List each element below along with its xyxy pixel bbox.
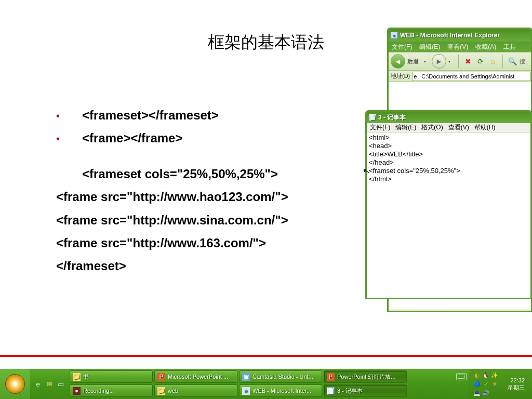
folder-icon: 📁	[157, 387, 165, 395]
tray-icon[interactable]: 💻	[473, 389, 481, 396]
menu-edit[interactable]: 编辑(E)	[419, 43, 440, 51]
refresh-icon[interactable]: ⟳	[475, 56, 486, 66]
tray-icon[interactable]: ✈	[491, 380, 498, 388]
address-value: C:\Documents and Settings\Administ	[421, 73, 514, 79]
slide-divider	[0, 355, 532, 357]
task-folder-shu[interactable]: 📁书	[70, 370, 153, 383]
address-label: 地址(D)	[391, 72, 410, 80]
toolbar-separator	[458, 55, 459, 68]
code-line: <title>WEB</title>	[369, 150, 528, 158]
status-text: 完毕	[401, 312, 413, 312]
task-ie-web[interactable]: eWEB - Microsoft Inter...	[239, 384, 322, 397]
tray-icon[interactable]: 🔵	[473, 380, 481, 388]
clock-day: 星期三	[508, 384, 525, 391]
search-icon[interactable]: 🔍	[507, 56, 517, 66]
ie-toolbar: ◄ 后退 ▾ ► ▾ ✖ ⟳ ⌂ 🔍 搜	[389, 52, 531, 71]
bullet-frameset: <frameset></frameset>	[82, 104, 219, 127]
menu-view[interactable]: 查看(V)	[448, 123, 469, 132]
menu-view[interactable]: 查看(V)	[447, 43, 468, 51]
code-line: </html>	[369, 175, 528, 183]
tray-icon[interactable]: 🔊	[482, 389, 489, 396]
page-icon: e	[391, 32, 398, 39]
stop-icon[interactable]: ✖	[463, 56, 473, 66]
notepad-text-area[interactable]: <html> <head> <title>WEB</title> </head>…	[367, 132, 530, 298]
code-line: <head>	[369, 142, 528, 150]
menu-fav[interactable]: 收藏(A)	[475, 43, 496, 51]
quick-launch: e ✉ ▭	[30, 369, 69, 399]
task-camtasia[interactable]: ▣Camtasia Studio - Unt...	[239, 370, 322, 383]
notepad-icon: 📄	[369, 114, 376, 121]
menu-help[interactable]: 帮助(H)	[474, 123, 496, 132]
code-line: <frameset cols="25%,50%,25%">	[82, 163, 278, 185]
toolbar-separator	[502, 55, 503, 68]
ie-address-bar: 地址(D) e C:\Documents and Settings\Admini…	[389, 71, 531, 82]
powerpoint-icon: P	[157, 373, 165, 381]
code-line: </head>	[369, 158, 528, 167]
menu-edit[interactable]: 编辑(E)	[395, 123, 416, 132]
tray-icons: ◐ 🐧 ✨ 🔵 ✔ ✈ 💻 🔊	[473, 371, 506, 396]
ie-menubar[interactable]: 文件(F) 编辑(E) 查看(V) 收藏(A) 工具	[389, 42, 531, 52]
code-line: <frame src="http://www.hao123.com/">	[56, 185, 288, 208]
back-label: 后退	[407, 58, 419, 65]
menu-file[interactable]: 文件(F)	[392, 43, 412, 51]
notepad-titlebar[interactable]: 📄 3 - 记事本	[367, 112, 530, 123]
ie-icon: e	[242, 387, 250, 395]
code-line: <frame src="http://www.sina.com.cn/">	[56, 209, 288, 232]
taskbar[interactable]: e ✉ ▭ 📁书 PMicrosoft PowerPoint ... ▣Camt…	[0, 369, 532, 399]
system-tray[interactable]: ◐ 🐧 ✨ 🔵 ✔ ✈ 💻 🔊 22:32 星期三	[470, 369, 532, 399]
record-icon: ●	[73, 387, 81, 395]
page-icon: e	[414, 73, 420, 79]
camtasia-icon: ▣	[242, 373, 250, 381]
menu-format[interactable]: 格式(O)	[421, 123, 443, 132]
code-line: <frame src="http://www.163.com/">	[56, 232, 288, 255]
menu-tool[interactable]: 工具	[503, 43, 516, 51]
task-recording[interactable]: ●Recording...	[70, 384, 153, 397]
forward-button[interactable]: ►	[432, 54, 446, 69]
task-powerpoint[interactable]: PMicrosoft PowerPoint ...	[154, 370, 237, 383]
mail-icon[interactable]: ✉	[45, 379, 54, 389]
ie-titlebar[interactable]: e WEB - Microsoft Internet Explorer	[389, 29, 531, 42]
notepad-window[interactable]: 📄 3 - 记事本 文件(F) 编辑(E) 格式(O) 查看(V) 帮助(H) …	[365, 110, 532, 299]
task-buttons: 📁书 PMicrosoft PowerPoint ... ▣Camtasia S…	[69, 369, 456, 399]
notepad-title-text: 3 - 记事本	[378, 113, 406, 122]
bullet-frame: <frame></frame>	[82, 127, 182, 150]
ie-title-text: WEB - Microsoft Internet Explorer	[400, 32, 500, 39]
task-folder-web[interactable]: 📁web	[154, 384, 237, 397]
code-line: <html>	[369, 134, 528, 142]
task-notepad[interactable]: 📄3 - 记事本	[324, 384, 407, 397]
start-button[interactable]	[0, 369, 30, 399]
fwd-dropdown-icon[interactable]: ▾	[448, 59, 454, 64]
back-button[interactable]: ◄	[391, 54, 405, 69]
notepad-menubar[interactable]: 文件(F) 编辑(E) 格式(O) 查看(V) 帮助(H)	[367, 123, 530, 132]
ie-icon[interactable]: e	[33, 379, 43, 389]
slide-body: •<frameset></frameset> •<frame></frame> …	[56, 104, 288, 278]
code-line: <framset cols="25%,50,25%">	[369, 167, 528, 175]
address-input[interactable]: e C:\Documents and Settings\Administ	[412, 72, 531, 81]
clock-time: 22:32	[508, 377, 525, 384]
notepad-icon: 📄	[327, 387, 335, 395]
menu-file[interactable]: 文件(F)	[370, 123, 390, 132]
show-desktop-icon[interactable]: ▭	[56, 379, 65, 389]
tray-icon[interactable]: ✔	[482, 380, 489, 388]
folder-icon: 📁	[73, 373, 81, 381]
back-dropdown-icon[interactable]: ▾	[424, 59, 430, 64]
start-orb-icon	[5, 374, 25, 394]
powerpoint-icon: P	[327, 373, 335, 381]
tray-icon[interactable]: 🐧	[482, 371, 489, 379]
tray-icon[interactable]: ◐	[473, 371, 481, 379]
ie-statusbar: ▭ 完毕	[389, 310, 531, 312]
keyboard-icon[interactable]	[456, 373, 467, 380]
task-slideshow[interactable]: PPowerPoint 幻灯片放...	[324, 370, 407, 383]
search-label: 搜	[520, 58, 525, 65]
tray-icon[interactable]: ✨	[491, 371, 498, 379]
code-line: </frameset>	[56, 255, 288, 277]
home-icon[interactable]: ⌂	[488, 56, 498, 66]
clock[interactable]: 22:32 星期三	[508, 377, 525, 391]
